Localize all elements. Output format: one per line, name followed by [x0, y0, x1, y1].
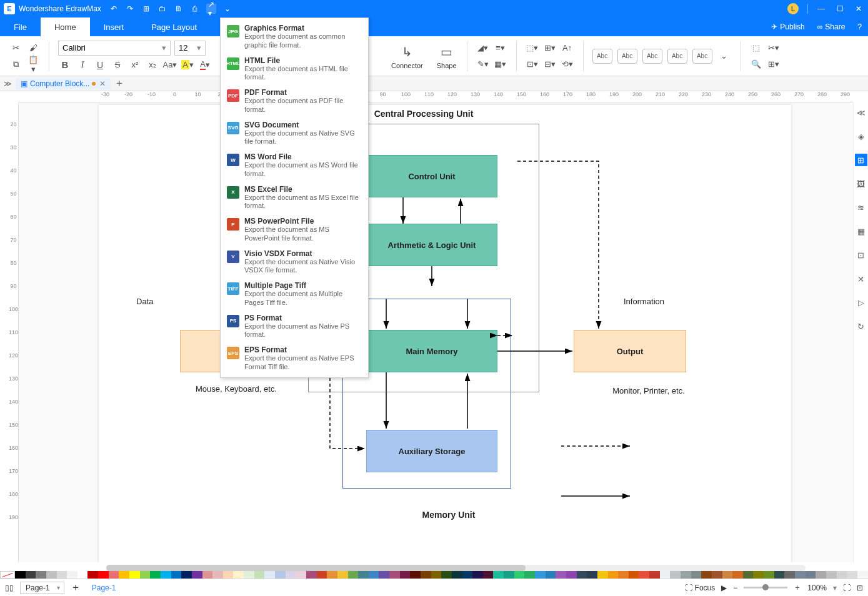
color-swatch[interactable] — [275, 571, 286, 579]
color-swatch[interactable] — [847, 571, 857, 579]
layer-button[interactable]: ⬚▾ — [526, 41, 539, 55]
case-button[interactable]: Aa▾ — [163, 58, 177, 72]
color-swatch[interactable] — [618, 571, 629, 579]
color-swatch[interactable] — [264, 571, 275, 579]
color-swatch[interactable] — [389, 571, 400, 579]
alu-box[interactable]: Arthmetic & Logic Unit — [366, 224, 497, 266]
color-swatch[interactable] — [119, 571, 129, 579]
style-preset-2[interactable]: Abc — [617, 49, 637, 64]
strikethrough-button[interactable]: S — [111, 58, 124, 72]
history-button[interactable]: ↻ — [855, 320, 867, 332]
save-button[interactable]: 🗎 — [174, 4, 184, 14]
export-item-6[interactable]: P MS PowerPoint File Export the document… — [221, 214, 368, 246]
horizontal-scrollbar[interactable] — [106, 565, 806, 571]
export-item-3[interactable]: SVG SVG Document Export the document as … — [221, 117, 368, 150]
color-swatch[interactable] — [244, 571, 254, 579]
color-swatch[interactable] — [806, 571, 816, 579]
color-swatch[interactable] — [774, 571, 785, 579]
color-swatch[interactable] — [681, 571, 691, 579]
export-item-8[interactable]: TIFF Multiple Page Tiff Export the docum… — [221, 278, 368, 310]
color-swatch[interactable] — [150, 571, 161, 579]
fill-button[interactable]: ◢▾ — [476, 41, 490, 55]
export-item-2[interactable]: PDF PDF Format Export the document as PD… — [221, 85, 368, 117]
close-tab-button[interactable]: ✕ — [99, 79, 106, 88]
layers-button[interactable]: ≋ — [855, 201, 867, 214]
document-tab[interactable]: ▣ Computer Block... ✕ — [16, 78, 111, 89]
export-item-4[interactable]: W MS Word File Export the document as MS… — [221, 149, 368, 182]
superscript-button[interactable]: x² — [128, 58, 142, 72]
select-button[interactable]: ⬚ — [749, 41, 763, 55]
color-swatch[interactable] — [421, 571, 431, 579]
color-swatch[interactable] — [67, 571, 77, 579]
color-swatch[interactable] — [670, 571, 681, 579]
color-swatch[interactable] — [577, 571, 587, 579]
add-page-button[interactable]: ＋ — [71, 581, 81, 594]
color-swatch[interactable] — [660, 571, 671, 579]
collapse-panel-button[interactable]: ≪ — [855, 106, 867, 119]
color-swatch[interactable] — [566, 571, 577, 579]
color-swatch[interactable] — [327, 571, 337, 579]
color-swatch[interactable] — [358, 571, 369, 579]
color-swatch[interactable] — [546, 571, 556, 579]
color-swatch[interactable] — [857, 571, 868, 579]
fullscreen-button[interactable]: ⊡ — [857, 584, 863, 592]
help-button[interactable]: ? — [851, 17, 868, 36]
color-swatch[interactable] — [400, 571, 411, 579]
color-swatch[interactable] — [296, 571, 306, 579]
font-increase-button[interactable]: A↑ — [561, 41, 574, 55]
aux-storage-box[interactable]: Auxiliary Storage — [366, 430, 497, 472]
color-swatch[interactable] — [306, 571, 317, 579]
add-tab-button[interactable]: ＋ — [114, 77, 124, 90]
line-style-button[interactable]: ≡▾ — [494, 41, 507, 55]
play-button[interactable]: ▶ — [721, 584, 727, 592]
color-swatch[interactable] — [462, 571, 473, 579]
shadow-button[interactable]: ▦▾ — [494, 57, 507, 71]
export-item-5[interactable]: X MS Excel File Export the document as M… — [221, 182, 368, 214]
export-item-1[interactable]: HTML HTML File Export the document as HT… — [221, 53, 368, 86]
table-button[interactable]: ▦ — [855, 225, 867, 237]
color-swatch[interactable] — [36, 571, 46, 579]
publish-button[interactable]: ✈Publish — [765, 17, 811, 36]
bold-button[interactable]: B — [58, 58, 72, 72]
highlight-button[interactable]: A▾ — [181, 58, 194, 72]
main-memory-box[interactable]: Main Memory — [366, 330, 497, 372]
color-swatch[interactable] — [597, 571, 608, 579]
color-swatch[interactable] — [764, 571, 774, 579]
output-sub-label[interactable]: Monitor, Printer, etc. — [592, 386, 705, 395]
cut-button[interactable]: ✂ — [9, 41, 22, 55]
control-unit-box[interactable]: Control Unit — [366, 155, 497, 197]
color-swatch[interactable] — [286, 571, 296, 579]
information-label[interactable]: Information — [624, 297, 664, 306]
color-swatch[interactable] — [348, 571, 359, 579]
zoom-slider[interactable] — [744, 587, 787, 589]
color-swatch[interactable] — [77, 571, 88, 579]
qat-customize-button[interactable]: ⌄ — [222, 4, 232, 14]
export-item-10[interactable]: EPS EPS Format Export the document as Na… — [221, 342, 368, 375]
tab-page-layout[interactable]: Page Layout — [137, 17, 211, 36]
input-sub-label[interactable]: Mouse, Keyboard, etc. — [183, 384, 289, 394]
color-swatch[interactable] — [784, 571, 795, 579]
color-swatch[interactable] — [129, 571, 140, 579]
export-item-7[interactable]: V Visio VSDX Format Export the document … — [221, 246, 368, 279]
color-swatch[interactable] — [317, 571, 327, 579]
connector-button[interactable]: ↳ Connector — [386, 41, 428, 72]
color-swatch[interactable] — [171, 571, 182, 579]
maximize-button[interactable]: ☐ — [831, 0, 849, 17]
crop-button[interactable]: ✂▾ — [767, 41, 781, 55]
minimize-button[interactable]: — — [812, 0, 831, 17]
user-avatar[interactable]: L — [787, 3, 799, 14]
color-swatch[interactable] — [826, 571, 837, 579]
color-swatch[interactable] — [524, 571, 535, 579]
color-swatch[interactable] — [493, 571, 504, 579]
present-button[interactable]: ▷ — [855, 296, 867, 309]
color-swatch[interactable] — [212, 571, 223, 579]
zoom-value[interactable]: 100% — [807, 584, 827, 592]
color-swatch[interactable] — [712, 571, 722, 579]
font-color-button[interactable]: A▾ — [198, 58, 212, 72]
color-swatch[interactable] — [233, 571, 244, 579]
redo-button[interactable]: ↷ — [125, 4, 135, 14]
page[interactable]: Central Processing Unit Memory Unit Data… — [99, 105, 791, 562]
expand-symbols-button[interactable]: ≫ — [4, 79, 12, 88]
color-swatch[interactable] — [441, 571, 452, 579]
all-button[interactable]: ⊞ — [855, 154, 867, 166]
